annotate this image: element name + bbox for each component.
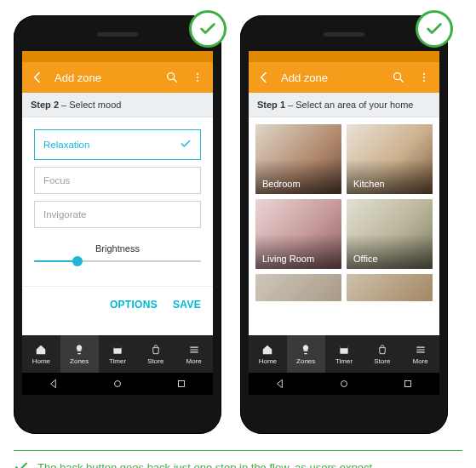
phone-mockup: Add zone Step 2 – Select mood Relaxation	[14, 15, 221, 434]
tab-label: Zones	[296, 357, 315, 365]
back-icon[interactable]	[29, 71, 46, 84]
step-header: Step 2 – Select mood	[22, 93, 213, 117]
save-button[interactable]: SAVE	[173, 299, 201, 311]
room-tile-kitchen[interactable]: Kitchen	[347, 124, 433, 194]
room-tile-partial[interactable]	[347, 274, 433, 301]
android-recents-button[interactable]	[149, 378, 213, 390]
checkmark-icon	[425, 20, 444, 38]
tab-label: Store	[147, 357, 163, 365]
android-nav-bar	[22, 373, 213, 395]
tab-store[interactable]: Store	[363, 335, 401, 373]
tab-label: Home	[259, 357, 277, 365]
approval-badge	[416, 10, 453, 48]
hamburger-icon	[415, 344, 427, 356]
room-tile-living-room[interactable]: Living Room	[255, 199, 341, 269]
mood-option-relaxation[interactable]: Relaxation	[34, 129, 201, 160]
step-number: Step 2	[31, 100, 59, 110]
tab-zones[interactable]: Zones	[60, 335, 99, 373]
tab-timer[interactable]: Timer	[99, 335, 137, 373]
calendar-icon	[112, 344, 123, 356]
bulb-icon	[73, 344, 85, 356]
android-home-button[interactable]	[313, 378, 376, 390]
room-label: Kitchen	[353, 179, 385, 189]
step-label: – Select mood	[59, 100, 121, 110]
svg-rect-15	[404, 381, 410, 387]
mood-label: Focus	[43, 175, 70, 185]
tab-zones[interactable]: Zones	[287, 335, 325, 373]
room-tile-partial[interactable]	[255, 274, 341, 301]
android-status-bar	[22, 51, 213, 62]
phone-speaker	[324, 32, 364, 37]
app-bar: Add zone	[249, 62, 439, 93]
checkmark-icon	[198, 20, 217, 38]
slider-fill	[34, 260, 77, 262]
app-bar: Add zone	[22, 62, 213, 93]
screen: Add zone Step 2 – Select mood Relaxation	[22, 51, 213, 395]
room-label: Bedroom	[262, 179, 301, 189]
caption: The back button goes back just one step …	[0, 451, 476, 468]
step-number: Step 1	[257, 100, 285, 110]
room-label: Office	[353, 254, 378, 264]
mood-option-invigorate[interactable]: Invigorate	[34, 201, 201, 228]
bottom-tab-bar: Home Zones Timer Store More	[22, 335, 213, 373]
tab-timer[interactable]: Timer	[325, 335, 364, 373]
room-tile-office[interactable]: Office	[347, 199, 433, 269]
store-icon	[150, 344, 162, 356]
svg-rect-7	[178, 381, 184, 387]
search-icon[interactable]	[390, 71, 407, 84]
svg-point-14	[341, 381, 347, 387]
svg-point-8	[394, 73, 401, 80]
overflow-menu-icon[interactable]	[416, 71, 433, 83]
screen: Add zone Step 1 – Select an area of your…	[249, 51, 439, 395]
step-label: – Select an area of your home	[285, 100, 413, 110]
svg-point-9	[423, 73, 425, 75]
svg-rect-13	[340, 345, 347, 347]
app-bar-title: Add zone	[281, 71, 381, 84]
tab-label: Timer	[335, 357, 353, 365]
bulb-icon	[300, 344, 312, 356]
tab-more[interactable]: More	[401, 335, 439, 373]
home-icon	[35, 344, 47, 356]
mood-label: Relaxation	[43, 140, 89, 150]
tab-label: More	[186, 357, 201, 365]
android-home-button[interactable]	[86, 378, 150, 390]
tab-label: Zones	[70, 357, 89, 365]
android-status-bar	[249, 51, 439, 62]
svg-point-3	[197, 80, 198, 82]
android-nav-bar	[249, 373, 439, 395]
back-icon[interactable]	[255, 71, 272, 84]
tab-home[interactable]: Home	[22, 335, 60, 373]
mood-list: Relaxation Focus Invigorate	[22, 117, 213, 228]
store-icon	[376, 344, 388, 356]
phone-mockup: Add zone Step 1 – Select an area of your…	[240, 15, 448, 434]
options-button[interactable]: OPTIONS	[110, 299, 158, 311]
svg-point-10	[423, 77, 425, 78]
android-back-button[interactable]	[249, 378, 313, 390]
approval-badge	[189, 10, 227, 48]
android-back-button[interactable]	[22, 378, 86, 390]
room-tile-bedroom[interactable]: Bedroom	[255, 124, 341, 194]
caption-text: The back button goes back just one step …	[37, 461, 376, 469]
mood-option-focus[interactable]: Focus	[34, 167, 201, 194]
tab-home[interactable]: Home	[249, 335, 287, 373]
overflow-menu-icon[interactable]	[189, 71, 206, 83]
tab-label: More	[412, 357, 427, 365]
android-recents-button[interactable]	[376, 378, 439, 390]
svg-point-2	[197, 77, 198, 78]
brightness-slider[interactable]	[34, 260, 201, 262]
calendar-icon	[338, 344, 350, 356]
tab-label: Home	[32, 357, 50, 365]
bottom-tab-bar: Home Zones Timer Store More	[249, 335, 439, 373]
phone-speaker	[97, 32, 138, 37]
tab-more[interactable]: More	[175, 335, 213, 373]
tab-label: Timer	[109, 357, 126, 365]
slider-thumb[interactable]	[72, 256, 83, 266]
svg-point-11	[423, 80, 425, 82]
tab-label: Store	[374, 357, 390, 365]
brightness-control: Brightness	[22, 228, 213, 262]
checkmark-icon	[180, 138, 192, 151]
svg-point-6	[115, 381, 121, 387]
tab-store[interactable]: Store	[136, 335, 175, 373]
search-icon[interactable]	[163, 71, 181, 84]
svg-point-0	[168, 73, 175, 80]
